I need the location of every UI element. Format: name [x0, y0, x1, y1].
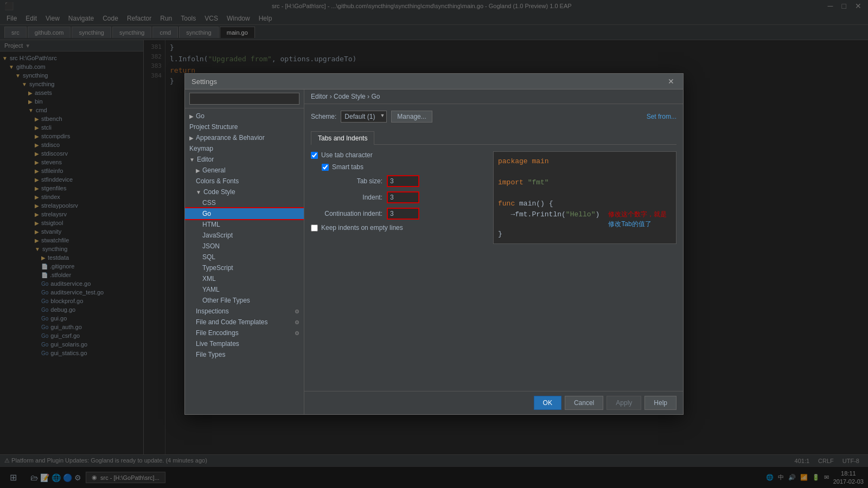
indent-input[interactable]	[387, 191, 419, 203]
settings-tree-project-structure[interactable]: Project Structure	[185, 121, 304, 132]
dialog-footer: OK Cancel Apply Help	[304, 391, 683, 414]
settings-tree-go-selected[interactable]: Go	[185, 208, 304, 219]
settings-item-label: XML	[202, 275, 216, 282]
settings-item-label: Other File Types	[202, 297, 250, 304]
settings-tree-inspections[interactable]: Inspections ⚙	[185, 306, 304, 317]
settings-tree-general[interactable]: ▶ General	[185, 165, 304, 176]
settings-item-label: Go	[196, 112, 205, 120]
settings-tree-sql[interactable]: SQL	[185, 252, 304, 262]
help-button[interactable]: Help	[644, 396, 676, 410]
settings-tree-css[interactable]: CSS	[185, 197, 304, 208]
manage-button[interactable]: Manage...	[391, 111, 432, 123]
scheme-select[interactable]: Default (1)	[341, 111, 387, 123]
tab-size-row: Tab size:	[311, 175, 484, 187]
settings-tree-xml[interactable]: XML	[185, 273, 304, 284]
scheme-row: Scheme: Default (1) Manage... Set from..…	[311, 111, 676, 123]
settings-tree-file-code-templates[interactable]: File and Code Templates ⚙	[185, 317, 304, 328]
settings-item-icon: ⚙	[295, 330, 299, 336]
settings-search-input[interactable]	[189, 93, 299, 105]
breadcrumb-go: Go	[371, 93, 380, 100]
keep-indents-label: Keep indents on empty lines	[321, 224, 403, 232]
dialog-title: Settings	[192, 78, 217, 86]
settings-item-label: SQL	[202, 253, 215, 261]
annotation-line1: 修改这个数字，就是	[608, 209, 667, 219]
settings-item-label: File and Code Templates	[196, 318, 268, 326]
breadcrumb-sep1: ›	[330, 93, 334, 100]
settings-search	[185, 89, 304, 108]
continuation-indent-label: Continuation indent:	[311, 210, 387, 217]
dialog-close-button[interactable]: ✕	[666, 77, 676, 86]
breadcrumb-code-style: Code Style	[334, 93, 366, 100]
use-tab-character-row: Use tab character	[311, 151, 484, 159]
settings-breadcrumb: Editor › Code Style › Go	[304, 89, 683, 104]
tab-size-input[interactable]	[387, 175, 419, 187]
settings-form-left: Use tab character Smart tabs Tab size:	[311, 151, 484, 244]
settings-item-label: JavaScript	[202, 232, 233, 239]
settings-tree-file-encodings[interactable]: File Encodings ⚙	[185, 328, 304, 338]
settings-item-label: CSS	[202, 199, 216, 207]
settings-tree-typescript[interactable]: TypeScript	[185, 262, 304, 273]
arrow-icon: ▶	[189, 135, 194, 141]
settings-item-label: Live Templates	[196, 340, 239, 348]
use-tab-character-checkbox[interactable]	[311, 152, 318, 159]
settings-item-icon: ⚙	[295, 319, 299, 325]
dialog-title-bar: Settings ✕	[185, 74, 683, 89]
cancel-button[interactable]: Cancel	[565, 396, 603, 410]
continuation-indent-row: Continuation indent:	[311, 208, 484, 220]
smart-tabs-row: Smart tabs	[322, 163, 484, 171]
settings-tree: ▶ Go Project Structure ▶ Appearance & Be…	[185, 108, 304, 414]
keep-indents-checkbox[interactable]	[311, 224, 318, 232]
settings-tree-editor[interactable]: ▼ Editor	[185, 154, 304, 165]
scheme-label: Scheme:	[311, 113, 336, 120]
settings-item-label: Editor	[197, 156, 214, 163]
annotation-line2: 修改Tab的值了	[608, 219, 667, 229]
tab-tabs-and-indents[interactable]: Tabs and Indents	[311, 131, 374, 145]
settings-tree-appearance[interactable]: ▶ Appearance & Behavior	[185, 132, 304, 143]
scheme-select-wrap: Default (1)	[341, 111, 387, 123]
settings-tree-yaml[interactable]: YAML	[185, 284, 304, 295]
settings-tabs: Tabs and Indents	[311, 131, 676, 145]
arrow-icon: ▶	[189, 113, 194, 119]
settings-item-label: Code Style	[203, 188, 235, 196]
smart-tabs-label: Smart tabs	[332, 163, 363, 171]
use-tab-character-label: Use tab character	[321, 151, 373, 159]
settings-item-label: Project Structure	[189, 123, 238, 131]
settings-item-label: Keymap	[189, 145, 213, 152]
settings-tree-html[interactable]: HTML	[185, 219, 304, 230]
dialog-body: ▶ Go Project Structure ▶ Appearance & Be…	[185, 89, 683, 414]
code-preview: package main import "fmt" func main() { …	[493, 151, 676, 244]
settings-tree-go-top[interactable]: ▶ Go	[185, 111, 304, 121]
apply-button[interactable]: Apply	[607, 396, 641, 410]
settings-item-label: Colors & Fonts	[196, 177, 239, 185]
settings-content-panel: Editor › Code Style › Go Scheme: Default…	[304, 89, 683, 414]
settings-tree-code-style[interactable]: ▼ Code Style	[185, 187, 304, 197]
arrow-icon: ▶	[196, 168, 200, 174]
settings-dialog: Settings ✕ ▶ Go Project Structure	[184, 73, 684, 415]
continuation-indent-input[interactable]	[387, 208, 419, 220]
arrow-icon: ▼	[196, 189, 201, 195]
ok-button[interactable]: OK	[534, 396, 561, 410]
settings-item-label: File Encodings	[196, 329, 239, 337]
settings-form: Use tab character Smart tabs Tab size:	[311, 151, 676, 244]
settings-item-icon: ⚙	[295, 309, 299, 314]
settings-tree-other-file-types[interactable]: Other File Types	[185, 295, 304, 306]
modal-overlay: Settings ✕ ▶ Go Project Structure	[0, 0, 868, 488]
settings-item-label: General	[202, 166, 226, 174]
smart-tabs-checkbox[interactable]	[322, 164, 329, 171]
settings-form-right: package main import "fmt" func main() { …	[493, 151, 676, 244]
settings-tree-javascript[interactable]: JavaScript	[185, 230, 304, 241]
settings-item-label: Go	[202, 210, 211, 217]
settings-item-label: Inspections	[196, 307, 229, 315]
settings-tree-live-templates[interactable]: Live Templates	[185, 338, 304, 349]
settings-tree-keymap[interactable]: Keymap	[185, 143, 304, 154]
indent-row: Indent:	[311, 191, 484, 203]
settings-tree-file-types[interactable]: File Types	[185, 349, 304, 360]
settings-item-label: Appearance & Behavior	[196, 134, 265, 142]
settings-tree-panel: ▶ Go Project Structure ▶ Appearance & Be…	[185, 89, 304, 414]
set-from-link[interactable]: Set from...	[647, 113, 676, 120]
settings-tree-json[interactable]: JSON	[185, 241, 304, 252]
settings-item-label: HTML	[202, 221, 220, 228]
indent-label: Indent:	[311, 194, 387, 201]
settings-tree-colors-fonts[interactable]: Colors & Fonts	[185, 176, 304, 187]
breadcrumb-editor: Editor	[311, 93, 328, 100]
